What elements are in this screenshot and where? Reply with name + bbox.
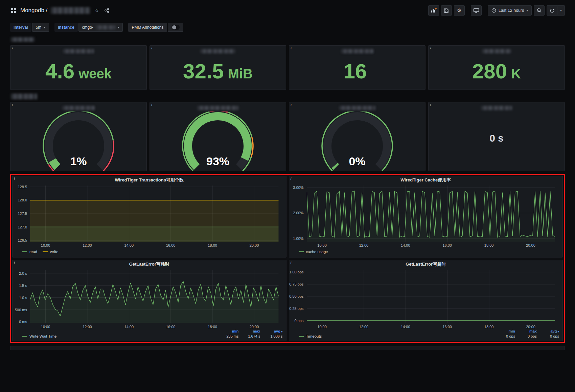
annotations-toggle-box <box>168 23 183 32</box>
share-icon[interactable] <box>104 7 110 14</box>
legend-stat-header-min[interactable]: min <box>493 329 515 333</box>
caret-down-icon: ▾ <box>281 330 283 333</box>
next-row-cutoff <box>10 346 565 350</box>
chart-plot[interactable] <box>30 186 279 242</box>
legend-stat-header-max[interactable]: max <box>239 329 260 333</box>
instance-select[interactable]: cmgo- ▾ <box>78 23 123 32</box>
interval-variable: Interval 5m ▾ <box>10 23 49 32</box>
y-axis-tick-label: 1.00% <box>293 237 303 241</box>
y-axis-tick-label: 2.0 s <box>19 271 27 275</box>
chart-body: 3.00%2.00%1.00% 10:0012:0014:0016:0018:0… <box>289 184 563 248</box>
legend-series-name: cache usage <box>306 250 328 254</box>
caret-down-icon: ▾ <box>557 330 559 333</box>
panel-info-icon[interactable]: i <box>151 103 152 107</box>
gauge-panel-3: i 0% <box>289 102 426 171</box>
dashboard-folder-title[interactable]: Mongodb / <box>20 7 47 14</box>
stat-panel-uptime: i 4.6 week <box>10 45 147 90</box>
panel-info-icon[interactable]: i <box>291 103 292 107</box>
y-axis: 3.00%2.00%1.00% <box>289 186 307 242</box>
panel-info-icon[interactable]: i <box>291 176 292 180</box>
panel-title-redacted <box>481 106 512 110</box>
chart-panel-getlasterror-write-time: i GetLastError写耗时 2.0 s1.5 s1.0 s500 ms0… <box>12 260 286 341</box>
legend-item[interactable]: Timeouts <box>299 334 494 338</box>
panel-info-icon[interactable]: i <box>14 261 15 265</box>
x-axis-tick-label: 12:00 <box>359 325 369 329</box>
x-axis: 10:0012:0014:0016:0018:0020:00 <box>307 242 555 248</box>
panel-title[interactable]: WiredTiger Transactions可用个数 <box>13 176 286 184</box>
panel-title[interactable] <box>289 104 425 112</box>
panel-info-icon[interactable]: i <box>151 46 152 50</box>
legend-stat-value: 235 ms <box>217 334 239 338</box>
time-range-picker[interactable]: Last 12 hours ▾ <box>488 5 532 16</box>
chart-plot[interactable] <box>307 270 555 323</box>
legend-stat-header-max[interactable]: max <box>515 329 537 333</box>
panel-info-icon[interactable]: i <box>291 261 292 265</box>
gauge: 0% <box>289 112 425 171</box>
panel-title[interactable] <box>10 104 146 112</box>
stat-value: 4.6 week <box>10 53 146 90</box>
panel-info-icon[interactable]: i <box>14 176 15 180</box>
dashboard-controls: Interval 5m ▾ Instance cmgo- ▾ PMM Annot… <box>10 23 565 32</box>
panel-info-icon[interactable]: i <box>12 103 13 107</box>
chart-legend: minmaxavg▾Timeouts0 ops0 ops0 ops <box>289 329 563 340</box>
instance-variable: Instance cmgo- ▾ <box>54 23 123 32</box>
legend-stat-header-avg[interactable]: avg▾ <box>260 329 283 333</box>
legend-stat-header-min[interactable]: min <box>217 329 239 333</box>
gauge-value: 93% <box>150 155 286 168</box>
instance-label: Instance <box>54 23 78 32</box>
chart-body: 2.0 s1.5 s1.0 s500 ms0 ms 10:0012:0014:0… <box>13 268 286 329</box>
chart-plot[interactable] <box>307 186 555 242</box>
panel-title-redacted <box>482 49 511 53</box>
row-header[interactable] <box>11 93 565 99</box>
legend-stat-value: 0 ops <box>515 334 537 338</box>
stat-number: 0 s <box>429 105 565 171</box>
panel-info-icon[interactable]: i <box>430 103 431 107</box>
stat-number: 4.6 <box>45 61 74 82</box>
top-navbar: Mongodb / ☆ ⚙ Last 12 hours ▾ <box>10 5 565 16</box>
save-dashboard-button[interactable] <box>441 5 452 16</box>
dashboard-settings-button[interactable]: ⚙ <box>454 5 465 16</box>
text-stat-panel: i 0 s <box>428 102 565 171</box>
apps-grid-icon[interactable] <box>10 7 17 14</box>
refresh-split-button: ▾ <box>547 5 565 16</box>
legend-stat-header-avg[interactable]: avg▾ <box>537 329 559 333</box>
clock-icon <box>491 8 496 13</box>
y-axis-tick-label: 0.75 ops <box>289 282 303 286</box>
panel-title-redacted <box>197 106 238 110</box>
panel-title[interactable] <box>150 104 286 112</box>
x-axis-tick-label: 20:00 <box>250 243 259 247</box>
legend-item[interactable]: cache usage <box>299 250 328 254</box>
x-axis-tick-label: 14:00 <box>401 325 410 329</box>
panel-title[interactable]: GetLastError写超时 <box>289 260 563 268</box>
x-axis-tick-label: 18:00 <box>208 243 217 247</box>
chart-plot[interactable] <box>30 270 279 323</box>
legend-item[interactable]: read <box>22 250 37 254</box>
panel-title[interactable]: WiredTiger Cache使用率 <box>289 176 563 184</box>
panel-info-icon[interactable]: i <box>291 46 292 50</box>
cycle-view-button[interactable] <box>471 5 482 16</box>
add-panel-button[interactable] <box>428 5 439 16</box>
zoom-out-button[interactable] <box>534 5 545 16</box>
refresh-interval-dropdown[interactable]: ▾ <box>557 5 565 16</box>
annotations-toggle[interactable] <box>171 25 180 30</box>
interval-select[interactable]: 5m ▾ <box>32 23 49 32</box>
star-icon[interactable]: ☆ <box>93 7 100 14</box>
stat-panel-memory: i 32.5 MiB <box>150 45 286 90</box>
chart-panel-getlasterror-write-timeout: i GetLastError写超时 1.00 ops0.75 ops0.50 o… <box>289 260 563 341</box>
chart-body: 128.5128.0127.5127.0126.5 10:0012:0014:0… <box>13 184 286 248</box>
panel-title[interactable]: GetLastError写耗时 <box>13 260 286 268</box>
y-axis: 1.00 ops0.75 ops0.50 ops0.25 ops0 ops <box>289 270 307 323</box>
instance-value-prefix: cmgo- <box>82 25 93 30</box>
refresh-button[interactable] <box>547 5 557 16</box>
row-header[interactable] <box>11 36 565 43</box>
y-axis-tick-label: 0 ops <box>295 319 304 323</box>
legend-series-dash <box>22 251 27 252</box>
gauge-panel-1: i 1% <box>10 102 147 171</box>
legend-series-dash <box>22 336 27 337</box>
panel-info-icon[interactable]: i <box>12 46 13 50</box>
panel-info-icon[interactable]: i <box>430 46 431 50</box>
dashboard-toolbar: ⚙ Last 12 hours ▾ ▾ <box>428 5 565 16</box>
legend-item[interactable]: write <box>43 250 58 254</box>
stat-panel-connections: i 16 <box>289 45 426 90</box>
legend-item[interactable]: Write Wait Time <box>22 334 217 338</box>
